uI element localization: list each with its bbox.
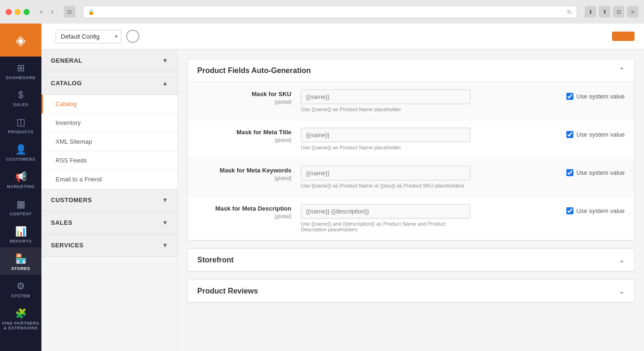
config-section-body-product-fields: Mask for SKU [global] Use {{name}} as Pr… <box>188 82 634 240</box>
customers-icon: 👤 <box>15 144 27 155</box>
products-icon: ◫ <box>16 116 25 128</box>
marketing-icon: 📢 <box>15 171 27 182</box>
form-input-mask-sku[interactable] <box>301 90 470 104</box>
sidebar-item-customers[interactable]: 👤 CUSTOMERS <box>0 138 41 165</box>
section-title-general: GENERAL <box>51 57 82 64</box>
config-section-storefront: Storefront ⌄ <box>187 248 635 272</box>
sidebar-item-reports[interactable]: 📊 REPORTS <box>0 220 41 247</box>
form-system-value-mask-meta-title: Use system value <box>566 128 625 138</box>
sales-icon: $ <box>18 90 23 100</box>
config-section-header-storefront[interactable]: Storefront ⌄ <box>188 249 634 271</box>
browser-nav: ‹ › <box>37 6 56 18</box>
form-system-value-mask-sku: Use system value <box>566 90 625 100</box>
save-config-button[interactable] <box>612 32 635 41</box>
reload-icon[interactable]: ↻ <box>567 8 572 16</box>
app-container: ◈ ⊞ DASHBOARD $ SALES ◫ PRODUCTS 👤 CUSTO… <box>0 24 644 351</box>
dashboard-icon: ⊞ <box>17 62 25 73</box>
maximize-dot[interactable] <box>24 9 30 15</box>
customers-chevron-icon: ▼ <box>162 196 168 204</box>
window-dots <box>6 9 30 15</box>
form-input-mask-meta-description[interactable] <box>301 204 470 219</box>
fullscreen-button[interactable]: ⊡ <box>613 6 624 17</box>
find-icon: 🧩 <box>15 308 27 319</box>
reports-icon: 📊 <box>15 226 27 237</box>
help-button[interactable] <box>126 30 139 43</box>
form-system-value-mask-meta-keywords: Use system value <box>566 166 625 176</box>
sidebar-item-label-system: SYSTEM <box>11 294 30 298</box>
forward-button[interactable]: › <box>48 6 56 18</box>
form-row-mask-meta-keywords: Mask for Meta Keywords [global] Use {{na… <box>188 158 634 196</box>
store-view-select[interactable]: Default Config <box>56 30 121 43</box>
form-hint-mask-meta-title: Use {{name}} as Product Name placeholder <box>301 145 470 150</box>
back-button[interactable]: ‹ <box>37 6 45 18</box>
minimize-dot[interactable] <box>15 9 21 15</box>
browser-actions: ⬇ ⬆ ⊡ ≡ <box>585 6 638 17</box>
sidebar-item-marketing[interactable]: 📢 MARKETING <box>0 165 41 193</box>
lock-icon: 🔒 <box>88 9 95 15</box>
close-dot[interactable] <box>6 9 12 15</box>
nav-item-catalog[interactable]: Catalog <box>41 95 177 114</box>
form-label-col-mask-meta-description: Mask for Meta Description [global] <box>197 204 301 219</box>
system-value-checkbox-mask-meta-description[interactable] <box>566 207 573 214</box>
nav-item-xml-sitemap[interactable]: XML Sitemap <box>41 132 177 151</box>
stores-icon: 🏪 <box>15 253 27 264</box>
sidebar-item-find[interactable]: 🧩 FIND PARTNERS & EXTENSIONS <box>0 302 41 334</box>
magento-logo-icon: ◈ <box>16 33 26 48</box>
form-field-col-mask-meta-keywords: Use {{name}} as Product Name or {{sku}} … <box>301 166 557 188</box>
system-value-checkbox-mask-meta-keywords[interactable] <box>566 169 573 176</box>
form-row-mask-meta-title: Mask for Meta Title [global] Use {{name}… <box>188 120 634 158</box>
sidebar-item-stores[interactable]: 🏪 STORES <box>0 247 41 275</box>
config-section-header-product-fields[interactable]: Product Fields Auto-Generation ⌃ <box>188 59 634 82</box>
main-split: GENERAL ▼ CATALOG ▲ CatalogInventoryXML … <box>41 49 644 351</box>
sidebar-item-content[interactable]: ▦ CONTENT <box>0 193 41 220</box>
general-chevron-icon: ▼ <box>162 57 168 64</box>
sidebar-item-label-dashboard: DASHBOARD <box>6 75 36 80</box>
sidebar-logo[interactable]: ◈ <box>0 24 41 57</box>
nav-item-rss-feeds[interactable]: RSS Feeds <box>41 151 177 170</box>
config-section-header-product-reviews[interactable]: Product Reviews ⌄ <box>188 280 634 302</box>
form-field-col-mask-sku: Use {{name}} as Product Name placeholder <box>301 90 557 112</box>
system-value-checkbox-mask-meta-title[interactable] <box>566 131 573 138</box>
sidebar-item-dashboard[interactable]: ⊞ DASHBOARD <box>0 57 41 84</box>
system-value-checkbox-mask-sku[interactable] <box>566 93 573 100</box>
form-input-mask-meta-keywords[interactable] <box>301 166 470 180</box>
section-header-customers[interactable]: CUSTOMERS ▼ <box>41 189 177 212</box>
section-header-sales[interactable]: SALES ▼ <box>41 212 177 234</box>
sidebar-item-label-marketing: MARKETING <box>7 184 35 189</box>
share-button[interactable]: ⬆ <box>599 6 610 17</box>
right-panel: Product Fields Auto-Generation ⌃ Mask fo… <box>178 49 644 351</box>
section-title-customers: CUSTOMERS <box>51 196 92 204</box>
form-field-col-mask-meta-title: Use {{name}} as Product Name placeholder <box>301 128 557 150</box>
sidebar-item-label-sales: SALES <box>13 102 29 107</box>
sidebar-item-system[interactable]: ⚙ SYSTEM <box>0 275 41 302</box>
sidebar-item-sales[interactable]: $ SALES <box>0 84 41 111</box>
catalog-chevron-icon: ▲ <box>162 80 168 87</box>
form-label-col-mask-meta-title: Mask for Meta Title [global] <box>197 128 301 143</box>
store-view-section: Default Config ▾ <box>51 30 139 43</box>
nav-item-inventory[interactable]: Inventory <box>41 114 177 132</box>
sidebar-item-products[interactable]: ◫ PRODUCTS <box>0 111 41 138</box>
section-header-catalog[interactable]: CATALOG ▲ <box>41 72 177 95</box>
storefront-collapse-icon: ⌄ <box>619 255 625 264</box>
form-input-mask-meta-title[interactable] <box>301 128 470 142</box>
content-area: Default Config ▾ GENERAL ▼ CATALOG ▲ Cat… <box>41 24 644 351</box>
top-bar: Default Config ▾ <box>41 24 644 49</box>
url-bar[interactable]: 🔒 ↻ <box>83 6 577 18</box>
config-section-title-storefront: Storefront <box>197 256 233 264</box>
section-header-general[interactable]: GENERAL ▼ <box>41 49 177 72</box>
config-section-title-product-reviews: Product Reviews <box>197 287 258 295</box>
form-scope-mask-sku: [global] <box>197 99 291 105</box>
config-section-product-fields: Product Fields Auto-Generation ⌃ Mask fo… <box>187 59 635 241</box>
system-value-label-mask-meta-keywords: Use system value <box>576 169 625 176</box>
sidebar-toggle-button[interactable]: ≡ <box>627 6 638 17</box>
toggle-button[interactable]: ⊡ <box>64 6 75 17</box>
product-reviews-collapse-icon: ⌄ <box>619 286 625 295</box>
download-button[interactable]: ⬇ <box>585 6 596 17</box>
window-controls: ⊡ <box>64 6 75 17</box>
form-scope-mask-meta-title: [global] <box>197 137 291 143</box>
form-label-col-mask-sku: Mask for SKU [global] <box>197 90 301 105</box>
nav-item-email-to-friend[interactable]: Email to a Friend <box>41 170 177 189</box>
sidebar-item-label-stores: STORES <box>11 266 30 271</box>
section-header-services[interactable]: SERVICES ▼ <box>41 234 177 257</box>
sidebar-item-label-find: FIND PARTNERS & EXTENSIONS <box>2 321 40 330</box>
